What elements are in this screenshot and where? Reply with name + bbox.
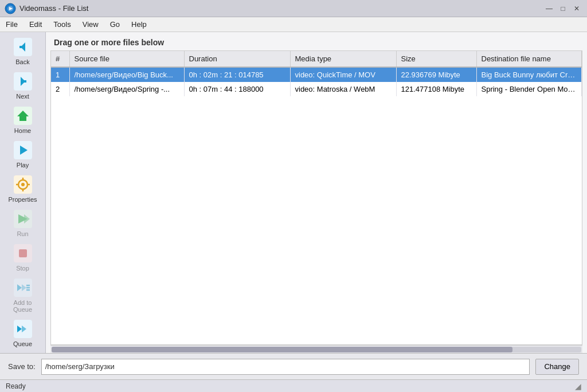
add-to-queue-icon bbox=[13, 277, 33, 298]
home-label: Home bbox=[14, 127, 31, 134]
close-button[interactable]: ✕ bbox=[571, 3, 582, 14]
queue-icon bbox=[13, 319, 33, 339]
run-label: Run bbox=[17, 230, 28, 237]
stop-label: Stop bbox=[16, 265, 29, 272]
cell-media: video: QuickTime / MOV bbox=[290, 67, 396, 82]
properties-label: Properties bbox=[8, 196, 37, 203]
properties-icon bbox=[13, 174, 33, 195]
stop-icon bbox=[13, 243, 33, 264]
menu-go[interactable]: Go bbox=[104, 18, 126, 31]
content-area: Drag one or more files below # Source fi… bbox=[46, 32, 587, 353]
sidebar-btn-run[interactable]: Run bbox=[3, 206, 43, 240]
col-header-dest: Destination file name bbox=[476, 51, 582, 67]
cell-duration: 0h : 02m : 21 : 014785 bbox=[184, 67, 290, 82]
table-row[interactable]: 2/home/serg/Видео/Spring -...0h : 07m : … bbox=[51, 82, 582, 96]
save-bar: Save to: Change bbox=[0, 353, 587, 379]
sidebar-btn-play[interactable]: Play bbox=[3, 138, 43, 171]
file-table: # Source file Duration Media type Size D… bbox=[51, 51, 582, 96]
cell-source: /home/serg/Видео/Spring -... bbox=[69, 82, 184, 96]
col-header-size: Size bbox=[396, 51, 476, 67]
drag-hint: Drag one or more files below bbox=[46, 32, 587, 50]
cell-dest: Spring - Blender Open Movie bbox=[476, 82, 582, 96]
col-header-source: Source file bbox=[69, 51, 184, 67]
sidebar-btn-next[interactable]: Next bbox=[3, 69, 43, 102]
save-path-input[interactable] bbox=[41, 359, 530, 375]
scrollbar-track bbox=[52, 347, 581, 352]
home-icon bbox=[13, 105, 33, 126]
minimize-button[interactable]: — bbox=[543, 3, 555, 14]
menubar: File Edit Tools View Go Help bbox=[0, 17, 587, 32]
maximize-button[interactable]: □ bbox=[557, 3, 569, 14]
sidebar-btn-back[interactable]: Back bbox=[3, 34, 43, 68]
queue-label: Queue bbox=[13, 340, 32, 347]
play-label: Play bbox=[17, 162, 29, 168]
svg-rect-8 bbox=[24, 80, 26, 83]
sidebar-btn-properties[interactable]: Properties bbox=[3, 172, 43, 205]
titlebar-left: Videomass - File List bbox=[5, 3, 88, 14]
cell-num: 2 bbox=[51, 82, 69, 96]
menu-view[interactable]: View bbox=[77, 18, 104, 31]
col-header-duration: Duration bbox=[184, 51, 290, 67]
titlebar: Videomass - File List — □ ✕ bbox=[0, 0, 587, 17]
svg-point-15 bbox=[21, 183, 25, 186]
scrollbar-thumb[interactable] bbox=[52, 347, 512, 352]
sidebar-btn-add-to-queue[interactable]: Add to Queue bbox=[3, 275, 43, 315]
svg-rect-24 bbox=[19, 249, 27, 257]
titlebar-controls: — □ ✕ bbox=[543, 3, 582, 14]
sidebar-btn-home[interactable]: Home bbox=[3, 103, 43, 136]
play-icon bbox=[13, 140, 33, 160]
cell-size: 121.477108 Mibyte bbox=[396, 82, 476, 96]
svg-rect-5 bbox=[19, 46, 22, 48]
save-label: Save to: bbox=[8, 362, 36, 371]
statusbar: Ready ◢ bbox=[0, 379, 587, 392]
back-label: Back bbox=[15, 58, 29, 65]
next-label: Next bbox=[16, 93, 29, 100]
cell-duration: 0h : 07m : 44 : 188000 bbox=[184, 82, 290, 96]
run-icon bbox=[13, 209, 33, 229]
main-layout: Back Next Home bbox=[0, 32, 587, 353]
sidebar: Back Next Home bbox=[0, 32, 46, 353]
window-title: Videomass - File List bbox=[19, 4, 88, 13]
cell-dest: Big Buck Bunny любит Creat bbox=[476, 67, 582, 82]
cell-num: 1 bbox=[51, 67, 69, 82]
sidebar-btn-stop[interactable]: Stop bbox=[3, 241, 43, 274]
cell-size: 22.936769 Mibyte bbox=[396, 67, 476, 82]
change-button[interactable]: Change bbox=[535, 359, 579, 375]
app-logo-icon bbox=[5, 3, 16, 14]
sidebar-btn-queue[interactable]: Queue bbox=[3, 316, 43, 350]
back-icon bbox=[13, 37, 33, 57]
file-list-container[interactable]: # Source file Duration Media type Size D… bbox=[50, 50, 582, 345]
col-header-num: # bbox=[51, 51, 69, 67]
col-header-media: Media type bbox=[290, 51, 396, 67]
menu-tools[interactable]: Tools bbox=[48, 18, 76, 31]
table-header-row: # Source file Duration Media type Size D… bbox=[51, 51, 582, 67]
menu-file[interactable]: File bbox=[0, 18, 24, 31]
scrollbar-area[interactable] bbox=[50, 345, 582, 353]
file-table-body: 1/home/serg/Видео/Big Buck...0h : 02m : … bbox=[51, 67, 582, 96]
menu-help[interactable]: Help bbox=[126, 18, 152, 31]
status-text: Ready bbox=[6, 382, 26, 390]
cell-media: video: Matroska / WebM bbox=[290, 82, 396, 96]
menu-edit[interactable]: Edit bbox=[24, 18, 48, 31]
next-icon bbox=[13, 71, 33, 92]
status-resize-icon: ◢ bbox=[575, 382, 581, 391]
table-row[interactable]: 1/home/serg/Видео/Big Buck...0h : 02m : … bbox=[51, 67, 582, 82]
cell-source: /home/serg/Видео/Big Buck... bbox=[69, 67, 184, 82]
add-to-queue-label: Add to Queue bbox=[4, 299, 42, 313]
